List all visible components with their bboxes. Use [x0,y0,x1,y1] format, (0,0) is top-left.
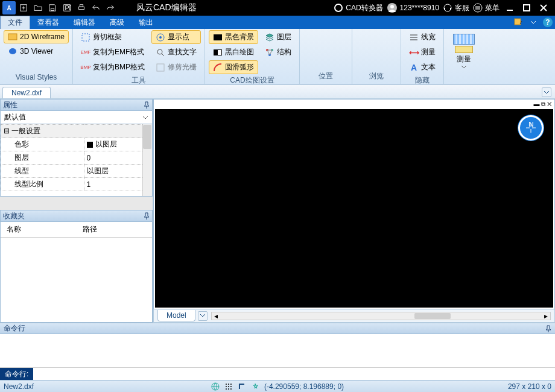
h-scrollbar[interactable]: ◂▸ [211,312,551,320]
svg-point-41 [230,388,232,390]
zoom-extents-icon[interactable] [316,30,324,34]
pin-icon[interactable] [144,212,150,220]
layer-button[interactable]: 图层 [261,30,296,44]
main-area: 属性 默认值 ⊟ 一般设置 色彩以图层 图层0 线型以图层 线型比例1 收藏夹 … [0,99,555,323]
prop-row[interactable]: 色彩以图层 [1,138,152,151]
svg-point-8 [390,5,394,8]
measure-big-button[interactable]: 测量 [448,30,480,72]
zoom-out-icon[interactable] [328,35,336,39]
favorites-grid: 名称 路径 [0,222,153,323]
app-title: 风云CAD编辑器 [118,2,215,13]
snap-icon[interactable] [251,382,259,391]
model-tab[interactable]: Model [157,310,195,321]
menu-output[interactable]: 输出 [132,16,160,29]
mdi-controls[interactable]: ▬ ⧉ ✕ [533,101,552,108]
print-icon[interactable] [75,1,88,14]
pin-icon[interactable] [144,101,150,109]
nav-back-icon[interactable] [356,30,364,34]
show-point-button[interactable]: 显示点 [151,30,201,44]
user-account[interactable]: 123****8910 [387,2,439,13]
svg-point-40 [228,388,229,390]
svg-rect-5 [80,5,83,7]
nav-last-icon[interactable] [388,30,397,34]
prop-row[interactable]: 线型以图层 [1,165,152,178]
struct-button[interactable]: 结构 [261,45,296,59]
svg-rect-11 [524,5,530,11]
menu-button[interactable]: 菜单 [473,3,500,13]
zoom-all-icon[interactable] [316,35,324,39]
svg-point-38 [230,386,232,387]
group-browse-label: 浏览 [356,70,397,83]
nav-first-icon[interactable] [378,30,386,34]
prop-category[interactable]: ⊟ 一般设置 [1,125,152,138]
nav-fwd-icon[interactable] [367,30,375,34]
properties-header: 属性 [0,99,153,111]
maximize-button[interactable] [520,1,533,14]
scrollbar[interactable] [142,124,152,196]
3d-viewer-button[interactable]: 3D Viewer [4,45,69,58]
compass-fab[interactable]: N [518,115,544,141]
svg-point-34 [228,384,229,385]
canvas[interactable]: ▬ ⧉ ✕ N [153,99,555,309]
property-selector[interactable]: 默认值 [0,111,153,124]
svg-rect-4 [79,7,84,9]
menu-editor[interactable]: 编辑器 [66,16,103,29]
bw-draw-button[interactable]: 黑白绘图 [209,45,258,59]
menu-advanced[interactable]: 高级 [103,16,132,29]
open-icon[interactable] [31,1,45,14]
text-button[interactable]: A文本 [405,60,440,74]
model-dropdown-icon[interactable] [198,311,208,321]
group-pos-label: 位置 [303,70,348,83]
zoom-prev-icon[interactable] [303,35,312,39]
grid-icon[interactable] [224,382,233,391]
save-icon[interactable] [46,1,59,14]
command-label: 命令行: [0,368,33,380]
svg-rect-12 [515,19,521,25]
copy-bmp-button[interactable]: BMP复制为BMP格式 [77,60,149,74]
new-icon[interactable] [17,1,30,14]
fav-col-path[interactable]: 路径 [77,222,153,237]
favorites-header: 收藏夹 [0,210,153,222]
help-icon[interactable]: ? [541,16,555,29]
support-button[interactable]: 客服 [443,3,469,13]
svg-point-14 [9,48,16,54]
prop-row[interactable]: 图层0 [1,151,152,165]
cad-converter-button[interactable]: CAD转换器 [334,3,382,13]
svg-point-36 [226,386,227,387]
ortho-icon[interactable] [238,382,246,391]
redo-icon[interactable] [104,1,117,14]
minimize-button[interactable] [503,1,516,14]
command-history[interactable] [0,334,555,368]
zoom-in-icon[interactable] [328,30,336,34]
doc-tab-active[interactable]: New2.dxf [2,87,51,98]
save-pdf-icon[interactable]: PDF [60,1,74,14]
zoom-window-icon[interactable] [303,30,312,34]
pan-icon[interactable] [340,30,348,34]
menu-file[interactable]: 文件 [0,16,30,29]
close-button[interactable] [537,1,550,14]
command-input[interactable] [33,368,555,380]
tabs-dropdown-icon[interactable] [542,87,551,97]
find-text-button[interactable]: 查找文字 [151,45,201,59]
title-bar: A PDF 风云CAD编辑器 CAD转换器 123****8910 客服 菜单 [0,0,555,16]
toolbar-options-icon[interactable] [512,16,526,29]
clip-frame-button[interactable]: 剪切框架 [77,30,149,44]
linewidth-button[interactable]: 线宽 [405,30,440,44]
fav-col-name[interactable]: 名称 [1,222,77,237]
globe-icon[interactable] [211,382,220,391]
menu-viewer[interactable]: 查看器 [30,16,66,29]
svg-rect-1 [51,8,54,11]
svg-point-6 [335,4,342,11]
2d-wireframe-button[interactable]: 2D Wireframe [4,30,69,43]
svg-text:PDF: PDF [65,4,72,11]
prop-row[interactable]: 线型比例1 [1,178,152,191]
copy-emf-button[interactable]: EMF复制为EMF格式 [77,45,149,59]
pin-icon[interactable] [545,325,551,332]
undo-icon[interactable] [89,1,103,14]
trim-raster-button[interactable]: 修剪光栅 [151,60,201,74]
measure-button[interactable]: ⟷测量 [405,45,440,59]
dropdown-icon[interactable] [526,16,541,29]
smooth-arc-button[interactable]: 圆滑弧形 [209,60,258,74]
black-bg-button[interactable]: 黑色背景 [209,30,258,44]
document-tabs: New2.dxf [0,84,555,99]
